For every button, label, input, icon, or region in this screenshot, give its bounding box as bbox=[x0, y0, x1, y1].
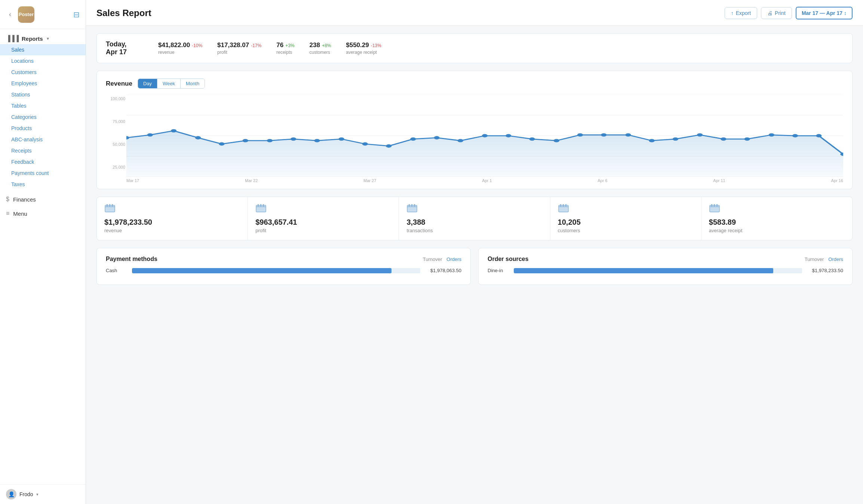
summary-customers: 10,205 customers bbox=[550, 197, 701, 240]
sidebar-item-stations[interactable]: Stations bbox=[0, 89, 86, 100]
svg-point-25 bbox=[577, 133, 583, 136]
sidebar-header: ‹ Poster ⊟ bbox=[0, 0, 86, 29]
payment-methods-turnover-tab[interactable]: Turnover bbox=[423, 256, 442, 262]
sidebar-item-feedback[interactable]: Feedback bbox=[0, 156, 86, 168]
svg-point-14 bbox=[314, 139, 320, 142]
order-sources-card: Order sources Turnover Orders Dine-in $1… bbox=[478, 248, 853, 285]
svg-point-19 bbox=[434, 136, 439, 139]
svg-marker-5 bbox=[126, 131, 843, 177]
x-label-apr16: Apr 16 bbox=[831, 178, 843, 183]
svg-rect-40 bbox=[109, 204, 110, 206]
dine-in-bar-track bbox=[514, 268, 802, 273]
revenue-title: Revenue bbox=[106, 80, 132, 87]
svg-rect-45 bbox=[260, 204, 261, 206]
receipt-icon-2 bbox=[255, 204, 391, 215]
payment-method-cash: Cash $1,978,063.50 bbox=[106, 268, 461, 273]
sidebar-item-tables[interactable]: Tables bbox=[0, 100, 86, 111]
payment-methods-card: Payment methods Turnover Orders Cash $1,… bbox=[96, 248, 471, 285]
stat-profit: $17,328.07 -17% profit bbox=[217, 42, 261, 55]
tab-day[interactable]: Day bbox=[138, 79, 157, 88]
user-dropdown-arrow: ▾ bbox=[36, 492, 39, 497]
today-card: Today, Apr 17 $41,822.00 -10% revenue $1… bbox=[96, 33, 853, 63]
cash-bar-fill bbox=[132, 268, 391, 273]
svg-point-22 bbox=[506, 134, 511, 138]
svg-point-8 bbox=[171, 129, 176, 132]
svg-point-12 bbox=[267, 139, 273, 142]
order-sources-title: Order sources bbox=[488, 256, 528, 262]
svg-point-18 bbox=[410, 137, 416, 141]
date-range-picker[interactable]: Mar 17 — Apr 17 ↕ bbox=[796, 7, 853, 19]
svg-rect-59 bbox=[711, 204, 712, 206]
main-content: Sales Report ↑ Export 🖨 Print Mar 17 — A… bbox=[86, 0, 863, 504]
menu-icon: ≡ bbox=[6, 210, 9, 217]
avatar: 👤 bbox=[6, 489, 16, 500]
sidebar-item-abc-analysis[interactable]: ABC-analysis bbox=[0, 134, 86, 145]
sidebar-item-receipts[interactable]: Receipts bbox=[0, 145, 86, 156]
svg-point-16 bbox=[362, 142, 368, 146]
svg-point-15 bbox=[338, 137, 344, 141]
revenue-section: Revenue Day Week Month 100,000 75,000 50… bbox=[96, 71, 853, 189]
summary-revenue: $1,978,233.50 revenue bbox=[97, 197, 248, 240]
logo: Poster bbox=[18, 6, 34, 23]
x-label-apr1: Apr 1 bbox=[482, 178, 492, 183]
sidebar-item-locations[interactable]: Locations bbox=[0, 55, 86, 67]
dine-in-bar-fill bbox=[514, 268, 773, 273]
bar-chart-icon: ▐▐▐ bbox=[6, 35, 19, 42]
page-title: Sales Report bbox=[96, 8, 151, 18]
sidebar-item-customers[interactable]: Customers bbox=[0, 67, 86, 78]
svg-rect-46 bbox=[263, 204, 264, 206]
revenue-tabs: Day Week Month bbox=[138, 79, 205, 89]
sidebar-item-payments-count[interactable]: Payments count bbox=[0, 168, 86, 179]
svg-point-26 bbox=[601, 133, 606, 136]
summary-profit: $963,657.41 profit bbox=[248, 197, 399, 240]
print-button[interactable]: 🖨 Print bbox=[761, 7, 792, 19]
export-button[interactable]: ↑ Export bbox=[725, 7, 757, 19]
svg-point-10 bbox=[219, 142, 224, 146]
back-arrow[interactable]: ‹ bbox=[6, 5, 14, 24]
page-header: Sales Report ↑ Export 🖨 Print Mar 17 — A… bbox=[86, 0, 863, 26]
svg-point-29 bbox=[673, 137, 678, 141]
svg-point-33 bbox=[769, 133, 774, 136]
payment-methods-tabs: Turnover Orders bbox=[423, 256, 461, 262]
summary-row: $1,978,233.50 revenue $963,657.41 profit… bbox=[96, 197, 853, 240]
y-label-50k: 50,000 bbox=[106, 142, 125, 147]
reports-section[interactable]: ▐▐▐ Reports ▾ bbox=[0, 32, 86, 44]
today-day: Today, bbox=[106, 40, 151, 48]
svg-point-13 bbox=[291, 137, 296, 141]
sidebar-item-products[interactable]: Products bbox=[0, 123, 86, 134]
chart-area bbox=[126, 95, 843, 177]
svg-point-30 bbox=[697, 133, 703, 136]
user-profile[interactable]: 👤 Frodo ▾ bbox=[0, 484, 86, 504]
sidebar-item-categories[interactable]: Categories bbox=[0, 111, 86, 123]
sidebar-item-finances[interactable]: $ Finances bbox=[0, 192, 86, 206]
y-axis: 100,000 75,000 50,000 25,000 bbox=[106, 95, 126, 177]
tab-month[interactable]: Month bbox=[181, 79, 205, 88]
sidebar-item-menu[interactable]: ≡ Menu bbox=[0, 206, 86, 221]
receipt-icon-3 bbox=[406, 204, 542, 215]
stat-revenue: $41,822.00 -10% revenue bbox=[158, 42, 202, 55]
sidebar-item-taxes[interactable]: Taxes bbox=[0, 179, 86, 190]
payment-methods-title: Payment methods bbox=[106, 256, 157, 262]
svg-rect-61 bbox=[716, 204, 718, 206]
svg-point-32 bbox=[744, 137, 750, 141]
revenue-header: Revenue Day Week Month bbox=[106, 79, 843, 89]
dollar-icon: $ bbox=[6, 196, 9, 203]
svg-rect-49 bbox=[409, 204, 410, 206]
receipt-icon-4 bbox=[558, 204, 694, 215]
svg-rect-50 bbox=[411, 204, 412, 206]
order-sources-orders-tab[interactable]: Orders bbox=[828, 256, 843, 262]
tab-week[interactable]: Week bbox=[157, 79, 181, 88]
order-sources-turnover-tab[interactable]: Turnover bbox=[805, 256, 824, 262]
export-icon: ↑ bbox=[731, 10, 734, 16]
x-label-apr11: Apr 11 bbox=[713, 178, 725, 183]
stat-customers: 238 +8% customers bbox=[310, 42, 331, 55]
svg-point-27 bbox=[625, 133, 631, 136]
sidebar-item-sales[interactable]: Sales bbox=[0, 44, 86, 55]
y-label-25k: 25,000 bbox=[106, 165, 125, 169]
sidebar-item-employees[interactable]: Employees bbox=[0, 78, 86, 89]
svg-rect-39 bbox=[107, 204, 108, 206]
svg-point-24 bbox=[554, 139, 559, 142]
x-label-mar17: Mar 17 bbox=[126, 178, 139, 183]
monitor-icon[interactable]: ⊟ bbox=[73, 10, 80, 19]
payment-methods-orders-tab[interactable]: Orders bbox=[446, 256, 461, 262]
